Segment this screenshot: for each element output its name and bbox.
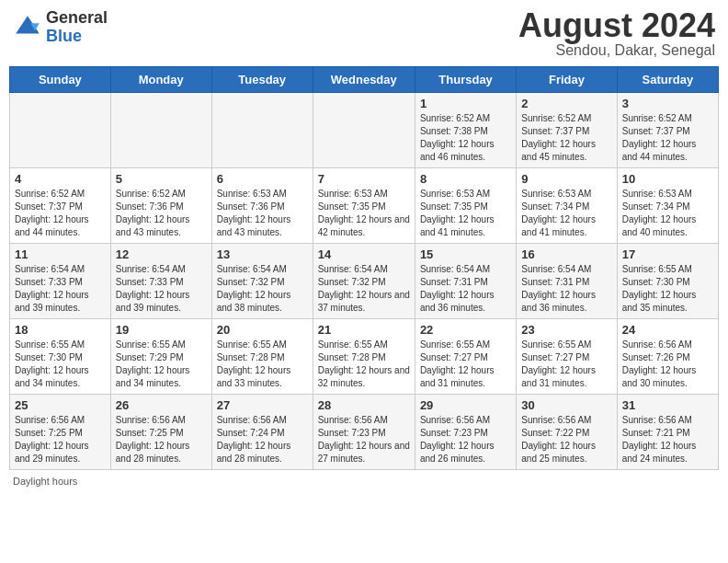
calendar-cell: 7Sunrise: 6:53 AMSunset: 7:35 PMDaylight… xyxy=(313,168,415,244)
daylight-label: Daylight hours xyxy=(13,476,77,487)
day-number: 1 xyxy=(420,97,511,110)
day-info: Sunrise: 6:55 AMSunset: 7:28 PMDaylight:… xyxy=(217,339,308,390)
day-number: 26 xyxy=(116,398,207,412)
day-number: 25 xyxy=(15,398,106,412)
day-info: Sunrise: 6:56 AMSunset: 7:21 PMDaylight:… xyxy=(622,414,713,465)
calendar-cell: 23Sunrise: 6:55 AMSunset: 7:27 PMDayligh… xyxy=(517,319,617,395)
calendar-cell xyxy=(110,93,211,168)
day-number: 31 xyxy=(622,398,713,412)
page-header: General Blue August 2024 Sendou, Dakar, … xyxy=(9,9,719,59)
day-number: 16 xyxy=(521,247,611,261)
calendar-cell xyxy=(211,93,313,168)
day-info: Sunrise: 6:55 AMSunset: 7:30 PMDaylight:… xyxy=(622,263,713,315)
day-number: 4 xyxy=(15,172,106,186)
calendar-header-row: SundayMondayTuesdayWednesdayThursdayFrid… xyxy=(10,67,719,93)
day-number: 21 xyxy=(318,323,410,337)
day-info: Sunrise: 6:52 AMSunset: 7:36 PMDaylight:… xyxy=(116,188,207,239)
day-info: Sunrise: 6:52 AMSunset: 7:38 PMDaylight:… xyxy=(420,112,511,164)
footer: Daylight hours xyxy=(9,476,719,487)
day-info: Sunrise: 6:53 AMSunset: 7:34 PMDaylight:… xyxy=(622,188,713,239)
day-info: Sunrise: 6:53 AMSunset: 7:35 PMDaylight:… xyxy=(420,188,511,239)
day-info: Sunrise: 6:56 AMSunset: 7:26 PMDaylight:… xyxy=(622,339,713,390)
day-number: 28 xyxy=(318,398,410,412)
day-number: 3 xyxy=(622,97,713,110)
location: Sendou, Dakar, Senegal xyxy=(518,42,715,59)
day-info: Sunrise: 6:53 AMSunset: 7:34 PMDaylight:… xyxy=(521,188,611,239)
day-header-tuesday: Tuesday xyxy=(211,67,313,93)
calendar-cell: 19Sunrise: 6:55 AMSunset: 7:29 PMDayligh… xyxy=(110,319,211,395)
day-info: Sunrise: 6:54 AMSunset: 7:32 PMDaylight:… xyxy=(217,263,308,315)
day-info: Sunrise: 6:55 AMSunset: 7:29 PMDaylight:… xyxy=(116,339,207,390)
day-header-saturday: Saturday xyxy=(617,67,718,93)
day-info: Sunrise: 6:55 AMSunset: 7:27 PMDaylight:… xyxy=(521,339,611,390)
logo-text: General Blue xyxy=(46,9,108,46)
calendar-cell: 4Sunrise: 6:52 AMSunset: 7:37 PMDaylight… xyxy=(10,168,111,244)
calendar-cell: 22Sunrise: 6:55 AMSunset: 7:27 PMDayligh… xyxy=(415,319,516,395)
day-info: Sunrise: 6:56 AMSunset: 7:25 PMDaylight:… xyxy=(116,414,207,465)
day-number: 27 xyxy=(217,398,308,412)
day-number: 19 xyxy=(116,323,207,337)
calendar-cell: 30Sunrise: 6:56 AMSunset: 7:22 PMDayligh… xyxy=(517,395,617,470)
day-number: 22 xyxy=(420,323,511,337)
calendar-cell: 14Sunrise: 6:54 AMSunset: 7:32 PMDayligh… xyxy=(313,244,415,319)
calendar-cell: 25Sunrise: 6:56 AMSunset: 7:25 PMDayligh… xyxy=(10,395,111,470)
day-info: Sunrise: 6:54 AMSunset: 7:32 PMDaylight:… xyxy=(318,263,410,315)
calendar-cell: 10Sunrise: 6:53 AMSunset: 7:34 PMDayligh… xyxy=(617,168,718,244)
day-info: Sunrise: 6:54 AMSunset: 7:31 PMDaylight:… xyxy=(420,263,511,315)
calendar-cell: 18Sunrise: 6:55 AMSunset: 7:30 PMDayligh… xyxy=(10,319,111,395)
calendar-week-row: 25Sunrise: 6:56 AMSunset: 7:25 PMDayligh… xyxy=(10,395,719,470)
day-number: 10 xyxy=(622,172,713,186)
day-number: 7 xyxy=(318,172,410,186)
day-info: Sunrise: 6:56 AMSunset: 7:25 PMDaylight:… xyxy=(15,414,106,465)
day-number: 13 xyxy=(217,247,308,261)
day-number: 18 xyxy=(15,323,106,337)
calendar-cell: 5Sunrise: 6:52 AMSunset: 7:36 PMDaylight… xyxy=(110,168,211,244)
calendar-table: SundayMondayTuesdayWednesdayThursdayFrid… xyxy=(9,66,719,470)
day-info: Sunrise: 6:55 AMSunset: 7:28 PMDaylight:… xyxy=(318,339,410,390)
day-number: 2 xyxy=(521,97,611,110)
day-info: Sunrise: 6:52 AMSunset: 7:37 PMDaylight:… xyxy=(622,112,713,164)
day-info: Sunrise: 6:55 AMSunset: 7:30 PMDaylight:… xyxy=(15,339,106,390)
calendar-cell: 15Sunrise: 6:54 AMSunset: 7:31 PMDayligh… xyxy=(415,244,516,319)
day-number: 23 xyxy=(521,323,611,337)
day-number: 17 xyxy=(622,247,713,261)
day-number: 9 xyxy=(521,172,611,186)
day-number: 15 xyxy=(420,247,511,261)
calendar-week-row: 4Sunrise: 6:52 AMSunset: 7:37 PMDaylight… xyxy=(10,168,719,244)
calendar-cell: 13Sunrise: 6:54 AMSunset: 7:32 PMDayligh… xyxy=(211,244,313,319)
calendar-cell: 6Sunrise: 6:53 AMSunset: 7:36 PMDaylight… xyxy=(211,168,313,244)
day-info: Sunrise: 6:56 AMSunset: 7:24 PMDaylight:… xyxy=(217,414,308,465)
logo: General Blue xyxy=(13,9,108,46)
calendar-cell: 29Sunrise: 6:56 AMSunset: 7:23 PMDayligh… xyxy=(415,395,516,470)
calendar-cell: 24Sunrise: 6:56 AMSunset: 7:26 PMDayligh… xyxy=(617,319,718,395)
calendar-cell xyxy=(10,93,111,168)
calendar-cell: 12Sunrise: 6:54 AMSunset: 7:33 PMDayligh… xyxy=(110,244,211,319)
calendar-cell: 17Sunrise: 6:55 AMSunset: 7:30 PMDayligh… xyxy=(617,244,718,319)
day-header-thursday: Thursday xyxy=(415,67,516,93)
month-title: August 2024 xyxy=(518,9,715,42)
day-number: 6 xyxy=(217,172,308,186)
day-info: Sunrise: 6:54 AMSunset: 7:33 PMDaylight:… xyxy=(116,263,207,315)
logo-blue-text: Blue xyxy=(46,28,108,46)
day-info: Sunrise: 6:54 AMSunset: 7:33 PMDaylight:… xyxy=(15,263,106,315)
day-header-monday: Monday xyxy=(110,67,211,93)
calendar-cell: 11Sunrise: 6:54 AMSunset: 7:33 PMDayligh… xyxy=(10,244,111,319)
day-header-wednesday: Wednesday xyxy=(313,67,415,93)
calendar-cell: 8Sunrise: 6:53 AMSunset: 7:35 PMDaylight… xyxy=(415,168,516,244)
day-number: 8 xyxy=(420,172,511,186)
logo-icon xyxy=(13,13,42,42)
calendar-cell: 20Sunrise: 6:55 AMSunset: 7:28 PMDayligh… xyxy=(211,319,313,395)
logo-general-text: General xyxy=(46,9,108,28)
day-header-friday: Friday xyxy=(517,67,617,93)
calendar-cell: 3Sunrise: 6:52 AMSunset: 7:37 PMDaylight… xyxy=(617,93,718,168)
day-info: Sunrise: 6:55 AMSunset: 7:27 PMDaylight:… xyxy=(420,339,511,390)
calendar-cell xyxy=(313,93,415,168)
day-number: 24 xyxy=(622,323,713,337)
day-info: Sunrise: 6:56 AMSunset: 7:22 PMDaylight:… xyxy=(521,414,611,465)
day-info: Sunrise: 6:53 AMSunset: 7:35 PMDaylight:… xyxy=(318,188,410,239)
calendar-cell: 1Sunrise: 6:52 AMSunset: 7:38 PMDaylight… xyxy=(415,93,516,168)
day-info: Sunrise: 6:56 AMSunset: 7:23 PMDaylight:… xyxy=(420,414,511,465)
day-number: 11 xyxy=(15,247,106,261)
day-number: 12 xyxy=(116,247,207,261)
day-number: 20 xyxy=(217,323,308,337)
